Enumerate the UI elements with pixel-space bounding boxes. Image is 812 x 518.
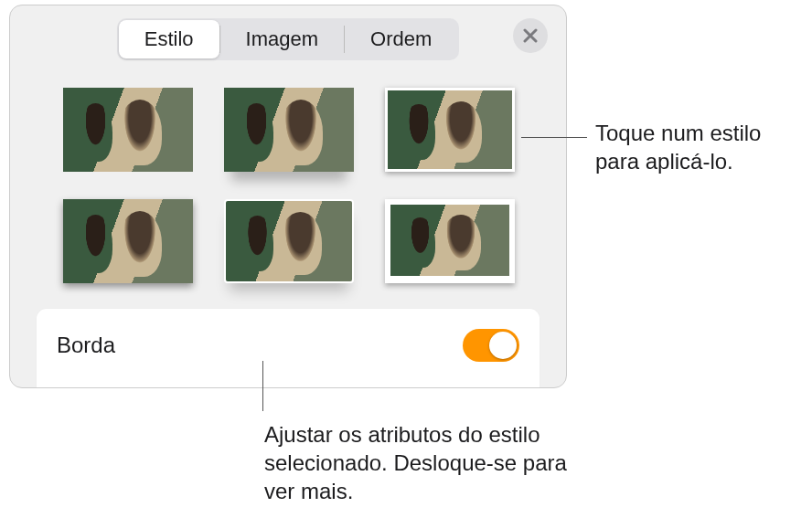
options-card: Borda: [36, 308, 540, 387]
tab-arrange[interactable]: Ordem: [345, 20, 457, 58]
callout-line: [262, 361, 263, 411]
format-panel: Estilo Imagem Ordem Borda: [9, 5, 567, 388]
style-option-3[interactable]: [385, 88, 515, 172]
border-toggle[interactable]: [463, 329, 519, 362]
callout-line: [521, 137, 587, 138]
style-option-6[interactable]: [385, 199, 515, 283]
style-option-4[interactable]: [63, 199, 193, 283]
callout-tap-style: Toque num estilo para aplicá-lo.: [595, 119, 806, 175]
callout-adjust-attributes: Ajustar os atributos do estilo seleciona…: [264, 420, 593, 506]
toggle-knob: [489, 332, 517, 359]
style-option-2[interactable]: [224, 88, 354, 172]
style-option-1[interactable]: [63, 88, 193, 172]
segmented-control: Estilo Imagem Ordem: [117, 18, 460, 60]
tab-image[interactable]: Imagem: [220, 20, 344, 58]
styles-grid: [10, 69, 566, 311]
close-icon: [523, 28, 538, 43]
border-label: Borda: [57, 333, 115, 358]
style-option-5[interactable]: [224, 199, 354, 283]
tab-style[interactable]: Estilo: [119, 20, 219, 58]
close-button[interactable]: [513, 18, 548, 53]
tab-bar: Estilo Imagem Ordem: [10, 5, 566, 69]
